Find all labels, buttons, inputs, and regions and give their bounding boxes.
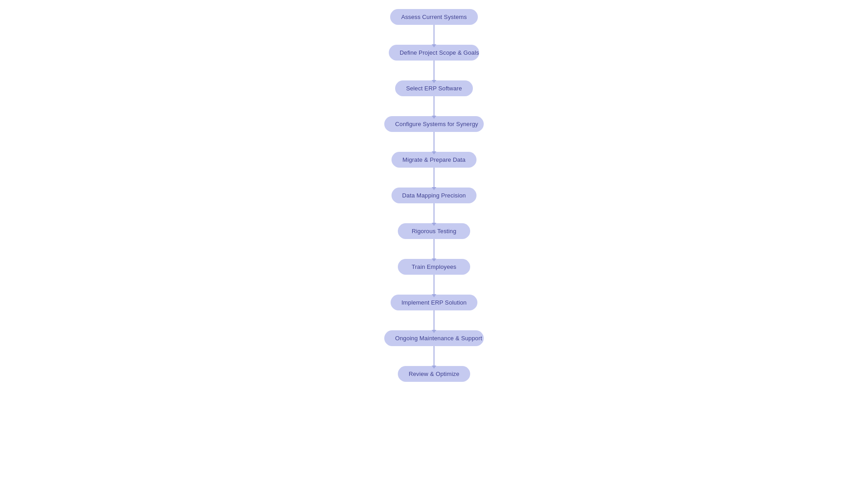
flow-connector-configure: [434, 132, 434, 152]
flow-connector-assess: [434, 25, 434, 45]
flow-connector-testing: [434, 239, 434, 259]
flowchart: Assess Current SystemsDefine Project Sco…: [384, 5, 484, 386]
flow-connector-define: [434, 61, 434, 80]
flow-connector-migrate: [434, 168, 434, 188]
flow-connector-select: [434, 96, 434, 116]
flow-connector-maintenance: [434, 346, 434, 366]
flow-connector-train: [434, 275, 434, 295]
flow-connector-implement: [434, 310, 434, 330]
flow-connector-mapping: [434, 203, 434, 223]
flow-node-assess: Assess Current Systems: [390, 9, 477, 25]
